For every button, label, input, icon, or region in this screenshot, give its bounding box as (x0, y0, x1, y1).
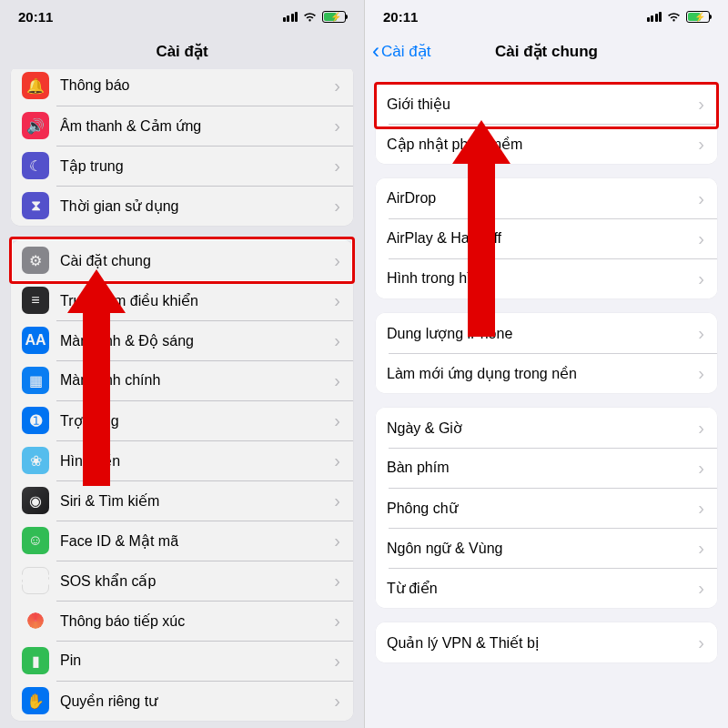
grid-icon: ▦ (22, 367, 49, 394)
settings-row[interactable]: ⚙Cài đặt chung› (11, 240, 353, 280)
chevron-right-icon: › (334, 290, 340, 311)
chevron-right-icon: › (698, 578, 704, 599)
face-icon: ☺ (22, 527, 49, 554)
settings-row[interactable]: Phông chữ› (376, 488, 717, 528)
settings-row[interactable]: Ngày & Giờ› (376, 408, 717, 448)
cellular-icon (283, 12, 298, 22)
row-label: Cài đặt chung (60, 252, 329, 269)
row-label: Quản lý VPN & Thiết bị (387, 634, 693, 652)
settings-row[interactable]: 🔊Âm thanh & Cảm ứng› (11, 106, 353, 146)
SOS-icon: SOS (22, 567, 49, 594)
chevron-right-icon: › (698, 228, 704, 249)
nav-header: ‹ Cài đặt Cài đặt chung (365, 33, 728, 69)
settings-row[interactable]: Từ điển› (376, 568, 717, 608)
chevron-right-icon: › (334, 76, 340, 96)
chevron-right-icon: › (698, 363, 704, 384)
row-label: Làm mới ứng dụng trong nền (387, 365, 693, 382)
settings-row[interactable]: ☾Tập trung› (11, 146, 353, 186)
settings-row[interactable]: ☺Face ID & Mật mã› (11, 521, 353, 561)
settings-row[interactable]: ❀Hình nền› (11, 440, 353, 480)
chevron-right-icon: › (334, 691, 340, 712)
row-label: Tập trung (60, 157, 329, 175)
row-label: Face ID & Mật mã (60, 532, 329, 550)
chevron-right-icon: › (334, 116, 340, 136)
row-label: Trợ năng (60, 412, 329, 430)
settings-row[interactable]: Hình trong hình› (376, 258, 717, 298)
battery-icon: ▮ (22, 647, 49, 674)
settings-row[interactable]: Làm mới ứng dụng trong nền› (376, 353, 717, 393)
settings-group: 🔔Thông báo›🔊Âm thanh & Cảm ứng›☾Tập trun… (11, 69, 353, 226)
row-label: Ngày & Giờ (387, 420, 693, 437)
chevron-right-icon: › (334, 196, 340, 217)
chevron-right-icon: › (698, 323, 704, 344)
row-label: Quyền riêng tư (60, 693, 329, 710)
siri-icon: ◉ (22, 487, 49, 514)
bell-icon: 🔔 (22, 72, 49, 99)
settings-row[interactable]: Cập nhật phần mềm› (376, 124, 717, 164)
status-bar: 20:11 ⚡ (0, 0, 364, 33)
settings-row[interactable]: Quản lý VPN & Thiết bị› (376, 622, 717, 662)
settings-row[interactable]: ➊Trợ năng› (11, 400, 353, 440)
settings-group: Giới thiệu›Cập nhật phần mềm› (376, 84, 717, 164)
row-label: Thông báo tiếp xúc (60, 612, 329, 630)
settings-row[interactable]: Bàn phím› (376, 448, 717, 488)
settings-row[interactable]: SOSSOS khẩn cấp› (11, 561, 353, 601)
settings-row[interactable]: ≡Trung tâm điều khiển› (11, 280, 353, 320)
settings-row[interactable]: ▦Màn hình chính› (11, 360, 353, 400)
general-list[interactable]: Giới thiệu›Cập nhật phần mềm›AirDrop›Air… (365, 69, 728, 728)
settings-row[interactable]: ▮Pin› (11, 641, 353, 681)
chevron-right-icon: › (334, 531, 340, 551)
settings-row[interactable]: AAMàn hình & Độ sáng› (11, 320, 353, 360)
chevron-right-icon: › (698, 268, 704, 289)
chevron-right-icon: › (698, 134, 704, 155)
gear-icon: ⚙ (22, 247, 49, 274)
settings-row[interactable]: 🔔Thông báo› (11, 69, 353, 106)
row-label: Ngôn ngữ & Vùng (387, 540, 693, 557)
settings-row[interactable]: ✋Quyền riêng tư› (11, 681, 353, 721)
settings-row[interactable]: Dung lượng iPhone› (376, 313, 717, 353)
settings-row[interactable]: Thông báo tiếp xúc› (11, 601, 353, 641)
row-label: Màn hình chính (60, 372, 329, 389)
settings-row[interactable]: AirDrop› (376, 178, 717, 218)
status-indicators: ⚡ (647, 11, 711, 23)
settings-group: AirDrop›AirPlay & Handoff›Hình trong hìn… (376, 178, 717, 298)
chevron-right-icon: › (334, 156, 340, 177)
chevron-right-icon: › (698, 418, 704, 439)
chevron-right-icon: › (698, 94, 704, 115)
row-label: Âm thanh & Cảm ứng (60, 117, 329, 135)
chevron-right-icon: › (334, 410, 340, 431)
settings-group: Ngày & Giờ›Bàn phím›Phông chữ›Ngôn ngữ &… (376, 408, 717, 608)
settings-group: Quản lý VPN & Thiết bị› (376, 622, 717, 662)
chevron-right-icon: › (334, 450, 340, 471)
battery-icon: ⚡ (322, 11, 346, 23)
row-label: Giới thiệu (387, 96, 693, 113)
chevron-left-icon: ‹ (372, 40, 379, 62)
chevron-right-icon: › (334, 490, 340, 511)
screenshot-pair: 20:11 ⚡ Cài đặt 🔔Thông báo›🔊Âm thanh & C… (0, 0, 728, 728)
chevron-right-icon: › (698, 188, 704, 209)
wifi-icon (302, 11, 318, 23)
settings-row[interactable]: Ngôn ngữ & Vùng› (376, 528, 717, 568)
expo-icon (22, 607, 49, 634)
phone-settings: 20:11 ⚡ Cài đặt 🔔Thông báo›🔊Âm thanh & C… (0, 0, 364, 728)
settings-row[interactable]: AirPlay & Handoff› (376, 218, 717, 258)
row-label: Siri & Tìm kiếm (60, 492, 329, 510)
chevron-right-icon: › (698, 632, 704, 653)
nav-header: Cài đặt (0, 33, 364, 69)
wifi-icon (666, 11, 682, 23)
settings-list[interactable]: 🔔Thông báo›🔊Âm thanh & Cảm ứng›☾Tập trun… (0, 69, 364, 728)
chevron-right-icon: › (334, 571, 340, 592)
settings-row[interactable]: ⧗Thời gian sử dụng› (11, 186, 353, 226)
row-label: Hình trong hình (387, 270, 693, 287)
row-label: Hình nền (60, 452, 329, 470)
row-label: Pin (60, 652, 329, 669)
row-label: Cập nhật phần mềm (387, 136, 693, 153)
row-label: Từ điển (387, 580, 693, 597)
settings-row[interactable]: ◉Siri & Tìm kiếm› (11, 480, 353, 521)
status-indicators: ⚡ (283, 11, 347, 23)
AA-icon: AA (22, 327, 49, 354)
settings-row[interactable]: Giới thiệu› (376, 84, 717, 124)
moon-icon: ☾ (22, 152, 49, 179)
back-button[interactable]: ‹ Cài đặt (372, 40, 430, 62)
status-time: 20:11 (383, 9, 418, 25)
